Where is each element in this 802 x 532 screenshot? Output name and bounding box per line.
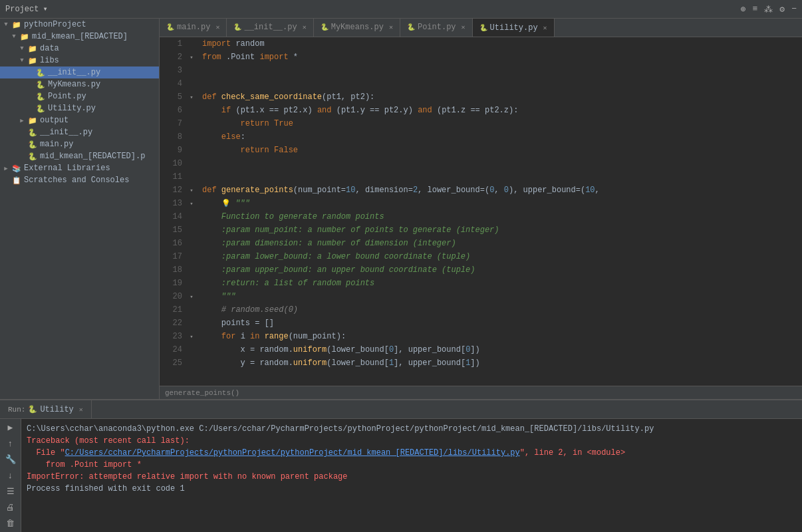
gutter-item-7 <box>186 117 197 130</box>
tab-icon-main: 🐍 <box>166 23 174 31</box>
tree-item-4[interactable]: 🐍__init__.py <box>0 66 159 78</box>
line-num-23: 23 <box>164 330 182 343</box>
tree-item-5[interactable]: 🐍MyKmeans.py <box>0 78 159 90</box>
line-num-4: 4 <box>164 77 182 90</box>
code-line-23: for i in range(num_point): <box>197 330 802 343</box>
lines-button[interactable]: ☰ <box>3 485 19 497</box>
tab-mykmeans[interactable]: 🐍MyKmeans.py✕ <box>314 19 400 37</box>
tab-init[interactable]: 🐍__init__.py✕ <box>227 19 313 37</box>
tab-close-mykmeans[interactable]: ✕ <box>389 23 393 31</box>
tree-label-7: Utility.py <box>48 104 96 113</box>
title-bar: Project ▾ ⊕ ≡ ⁂ ⚙ − <box>0 0 802 19</box>
gutter-item-23[interactable]: ▾ <box>186 330 197 343</box>
tree-label-2: data <box>40 44 59 53</box>
gutter-item-21 <box>186 303 197 317</box>
trash-button[interactable]: 🗑 <box>3 517 19 529</box>
code-line-7: return True <box>197 117 802 130</box>
tree-item-0[interactable]: ▼📁pythonProject <box>0 19 159 31</box>
tree-arrow-3: ▼ <box>19 57 25 64</box>
tree-label-1: mid_kmean_[REDACTED] <box>32 32 128 41</box>
tab-close-point[interactable]: ✕ <box>462 23 466 31</box>
down-button[interactable]: ↓ <box>3 469 19 481</box>
run-tab-close[interactable]: ✕ <box>79 406 83 414</box>
code-line-16: :param dimension: a number of dimension … <box>197 237 802 250</box>
minimize-icon[interactable]: − <box>791 4 797 14</box>
tree-item-9[interactable]: 🐍__init__.py <box>0 126 159 138</box>
title-bar-left: Project ▾ <box>5 4 48 14</box>
tree-item-12[interactable]: ▶📚External Libraries <box>0 162 159 174</box>
tree-item-2[interactable]: ▼📁data <box>0 43 159 55</box>
bottom-panel: Run: 🐍 Utility ✕ ▶ ↑ 🔧 ↓ ☰ 🖨 🗑 C:\Users\… <box>0 399 802 532</box>
line-num-17: 17 <box>164 250 182 263</box>
line-num-24: 24 <box>164 343 182 356</box>
tab-icon-point: 🐍 <box>407 23 415 31</box>
tab-icon-init: 🐍 <box>233 23 241 31</box>
console-line-3: from .Point import * <box>27 459 797 471</box>
tree-icon-7: 🐍 <box>36 104 45 113</box>
settings-icon[interactable]: ⚙ <box>779 4 785 15</box>
up-button[interactable]: ↑ <box>3 438 19 450</box>
structure-icon[interactable]: ⊕ <box>741 4 746 15</box>
sidebar: ▼📁pythonProject▼📁mid_kmean_[REDACTED]▼📁d… <box>0 19 160 399</box>
gutter-item-10 <box>186 157 197 170</box>
tree-icon-3: 📁 <box>28 57 37 65</box>
gutter-item-13[interactable]: ▾ <box>186 197 197 210</box>
code-content[interactable]: import randomfrom .Point import *def che… <box>197 37 802 386</box>
code-line-3 <box>197 64 802 77</box>
list-icon[interactable]: ≡ <box>753 4 758 14</box>
tree-label-10: main.py <box>40 140 73 149</box>
gutter-item-20[interactable]: ▾ <box>186 290 197 303</box>
code-editor: 1234567891011121314151617181920212223242… <box>160 37 802 386</box>
tab-label-main: main.py <box>177 23 210 32</box>
tree-item-6[interactable]: 🐍Point.py <box>0 90 159 102</box>
wrench-button[interactable]: 🔧 <box>3 454 19 466</box>
gutter-item-5[interactable]: ▾ <box>186 90 197 104</box>
line-num-19: 19 <box>164 277 182 290</box>
tab-close-init[interactable]: ✕ <box>303 23 307 31</box>
project-dropdown-icon[interactable]: ▾ <box>43 4 47 14</box>
tree-item-11[interactable]: 🐍mid_kmean_[REDACTED].p <box>0 150 159 162</box>
tab-close-main[interactable]: ✕ <box>215 23 219 31</box>
tree-item-3[interactable]: ▼📁libs <box>0 55 159 66</box>
gutter-item-12[interactable]: ▾ <box>186 184 197 197</box>
tree-item-10[interactable]: 🐍main.py <box>0 138 159 150</box>
run-button[interactable]: ▶ <box>3 422 19 434</box>
console-output: C:\Users\cchar\anaconda3\python.exe C:/U… <box>21 419 802 532</box>
tree-item-7[interactable]: 🐍Utility.py <box>0 102 159 114</box>
tab-label-mykmeans: MyKmeans.py <box>331 23 384 32</box>
gutter-item-24 <box>186 343 197 356</box>
tab-label-init: __init__.py <box>244 23 297 32</box>
tree-item-13[interactable]: 📋Scratches and Consoles <box>0 174 159 186</box>
code-line-4 <box>197 77 802 90</box>
print-button[interactable]: 🖨 <box>3 501 19 513</box>
tree-icon-10: 🐍 <box>28 140 37 149</box>
tree-label-5: MyKmeans.py <box>48 80 100 89</box>
tree-label-6: Point.py <box>48 92 86 101</box>
console-line-1: Traceback (most recent call last): <box>27 435 797 447</box>
line-numbers: 1234567891011121314151617181920212223242… <box>160 37 186 386</box>
gutter: ▾▾▾▾▾▾ <box>186 37 197 386</box>
line-num-15: 15 <box>164 223 182 237</box>
tree-label-11: mid_kmean_[REDACTED].p <box>40 152 145 161</box>
tree-item-8[interactable]: ▶📁output <box>0 114 159 126</box>
line-num-2: 2 <box>164 51 182 64</box>
tree-item-1[interactable]: ▼📁mid_kmean_[REDACTED] <box>0 31 159 43</box>
run-tab[interactable]: Run: 🐍 Utility ✕ <box>0 400 92 419</box>
tab-close-utility[interactable]: ✕ <box>543 24 547 32</box>
tree-arrow-1: ▼ <box>11 33 17 40</box>
tree-arrow-2: ▼ <box>19 45 25 52</box>
tab-point[interactable]: 🐍Point.py✕ <box>400 19 473 37</box>
tree-label-13: Scratches and Consoles <box>24 176 129 185</box>
gutter-item-4 <box>186 77 197 90</box>
diff-icon[interactable]: ⁂ <box>764 4 773 15</box>
line-num-12: 12 <box>164 184 182 197</box>
code-line-22: points = [] <box>197 317 802 330</box>
gutter-item-2[interactable]: ▾ <box>186 51 197 64</box>
error-link-2[interactable]: C:/Users/cchar/PycharmProjects/pythonPro… <box>65 448 520 458</box>
tab-utility[interactable]: 🐍Utility.py✕ <box>473 19 555 37</box>
tab-main[interactable]: 🐍main.py✕ <box>160 19 227 37</box>
code-line-17: :param lower_bound: a lower bound coordi… <box>197 250 802 263</box>
line-num-9: 9 <box>164 144 182 157</box>
bottom-content-area: ▶ ↑ 🔧 ↓ ☰ 🖨 🗑 C:\Users\cchar\anaconda3\p… <box>0 419 802 532</box>
run-name: Utility <box>40 405 73 414</box>
